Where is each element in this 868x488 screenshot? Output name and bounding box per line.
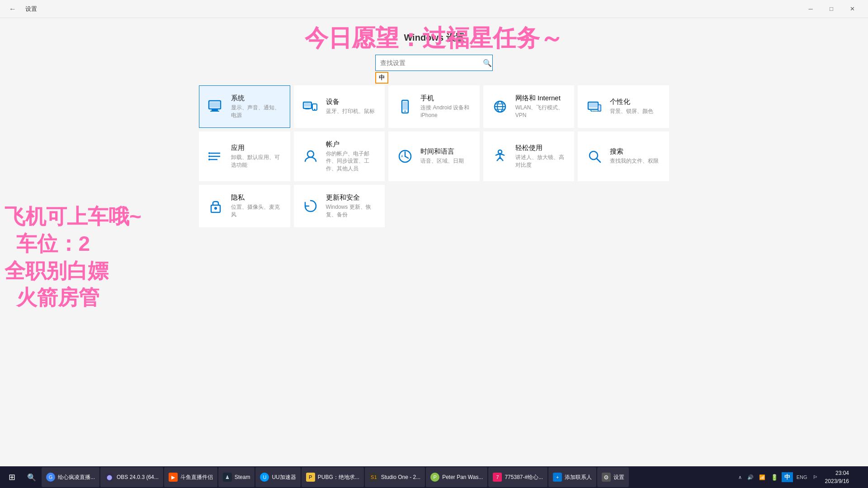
svg-point-11 <box>405 110 406 112</box>
systray-arrow[interactable]: ∧ <box>736 474 744 481</box>
taskbar-item-contact[interactable]: + 添加联系人 <box>548 467 596 487</box>
taskbar-search-button[interactable]: 🔍 <box>24 469 40 485</box>
svg-point-24 <box>208 155 210 157</box>
close-button[interactable]: ✕ <box>842 0 863 18</box>
system-desc: 显示、声音、通知、电源 <box>231 104 283 119</box>
svg-point-8 <box>314 108 315 110</box>
settings-item-update[interactable]: 更新和安全 Windows 更新、恢复、备份 <box>294 185 385 227</box>
taskbar-clock[interactable]: 23:04 2023/9/16 <box>821 469 853 485</box>
settings-item-ease[interactable]: 轻松使用 讲述人、放大镜、高对比度 <box>483 131 575 181</box>
settings-item-accounts[interactable]: 帐户 你的帐户、电子邮件、同步设置、工作、其他人员 <box>294 131 385 181</box>
time-name: 时间和语言 <box>420 147 472 156</box>
update-text: 更新和安全 Windows 更新、恢复、备份 <box>326 193 377 219</box>
svg-point-23 <box>208 152 210 154</box>
apps-name: 应用 <box>231 144 283 152</box>
network-desc: WLAN、飞行模式、VPN <box>515 104 567 119</box>
clock-date: 2023/9/16 <box>825 477 849 485</box>
clock-time: 23:04 <box>825 469 849 477</box>
apps-desc: 卸载、默认应用、可选功能 <box>231 154 283 169</box>
settings-grid: 系统 显示、声音、通知、电源 设备 蓝牙、打印机、鼠标 <box>199 85 669 227</box>
privacy-name: 隐私 <box>231 193 283 202</box>
devices-name: 设备 <box>326 98 377 106</box>
taskbar-ime-indicator[interactable]: 中 <box>782 472 793 482</box>
apps-text: 应用 卸载、默认应用、可选功能 <box>231 144 283 169</box>
systray: ∧ 🔊 📶 🔋 中 ENG 🏳 <box>736 472 820 482</box>
chrome-icon: G <box>46 473 55 482</box>
search-input[interactable] <box>375 55 493 71</box>
system-name: 系统 <box>231 94 283 103</box>
devices-desc: 蓝牙、打印机、鼠标 <box>326 108 377 115</box>
system-icon <box>207 98 225 116</box>
taskbar-item-pubg[interactable]: P PUBG：绝地求... <box>302 467 364 487</box>
maximize-button[interactable]: □ <box>821 0 842 18</box>
taskbar-item-studio[interactable]: S1 Studio One - 2... <box>365 467 425 487</box>
window-title: 设置 <box>25 5 37 13</box>
svg-rect-5 <box>304 103 311 107</box>
game2-label: 775387-#给心... <box>505 474 543 481</box>
settings-item-apps[interactable]: 应用 卸载、默认应用、可选功能 <box>199 131 290 181</box>
search-name: 搜索 <box>610 147 661 156</box>
phone-desc: 连接 Android 设备和 iPhone <box>420 104 472 119</box>
ease-desc: 讲述人、放大镜、高对比度 <box>515 154 567 169</box>
svg-point-26 <box>307 151 314 157</box>
search-submit-button[interactable]: 🔍 <box>483 59 492 67</box>
systray-flag-icon: 🏳 <box>811 474 820 481</box>
settings-item-phone[interactable]: 手机 连接 Android 设备和 iPhone <box>388 85 480 128</box>
svg-rect-18 <box>589 103 597 108</box>
system-text: 系统 显示、声音、通知、电源 <box>231 94 283 119</box>
main-content: Windows 设置 🔍 中 系统 显示、声音、通知、电源 <box>0 23 868 236</box>
svg-point-25 <box>208 159 210 160</box>
search-desc: 查找我的文件、权限 <box>610 157 661 165</box>
taskbar-item-game2[interactable]: 7 775387-#给心... <box>488 467 547 487</box>
steam-icon: ♟ <box>223 473 232 482</box>
svg-rect-19 <box>598 105 601 111</box>
ease-name: 轻松使用 <box>515 144 567 152</box>
minimize-button[interactable]: ─ <box>800 0 821 18</box>
systray-network[interactable]: 📶 <box>757 474 767 481</box>
settings-item-time[interactable]: A 时间和语言 语音、区域、日期 <box>388 131 480 181</box>
taskbar-item-chrome[interactable]: G 绘心疯凌直播... <box>42 467 99 487</box>
settings-item-privacy[interactable]: 隐私 位置、摄像头、麦克风 <box>199 185 290 227</box>
taskbar-item-obs[interactable]: ⬤ OBS 24.0.3 (64... <box>100 467 163 487</box>
taskbar-item-douyu[interactable]: ▶ 斗鱼直播件侣 <box>164 467 217 487</box>
settings-item-search[interactable]: 搜索 查找我的文件、权限 <box>578 131 669 181</box>
pubg-label: PUBG：绝地求... <box>318 474 359 481</box>
accounts-name: 帐户 <box>326 140 377 149</box>
phone-text: 手机 连接 Android 设备和 iPhone <box>420 94 472 119</box>
devices-text: 设备 蓝牙、打印机、鼠标 <box>326 98 377 115</box>
contact-icon: + <box>553 473 562 482</box>
settings-item-system[interactable]: 系统 显示、声音、通知、电源 <box>199 85 290 128</box>
settings-item-personalization[interactable]: 个性化 背景、锁屏、颜色 <box>578 85 669 128</box>
time-text: 时间和语言 语音、区域、日期 <box>420 147 472 165</box>
taskbar-item-uu[interactable]: U UU加速器 <box>255 467 300 487</box>
pubg-icon: P <box>306 473 315 482</box>
network-text: 网络和 Internet WLAN、飞行模式、VPN <box>515 94 567 119</box>
game2-icon: 7 <box>493 473 502 482</box>
accounts-icon <box>302 147 320 165</box>
show-desktop-button[interactable] <box>853 467 866 487</box>
settings-item-devices[interactable]: 设备 蓝牙、打印机、鼠标 <box>294 85 385 128</box>
back-button[interactable]: ← <box>5 3 20 15</box>
systray-volume[interactable]: 🔊 <box>745 474 755 481</box>
update-desc: Windows 更新、恢复、备份 <box>326 203 377 219</box>
settings-item-network[interactable]: 网络和 Internet WLAN、飞行模式、VPN <box>483 85 575 128</box>
svg-point-31 <box>498 150 502 154</box>
ease-icon <box>491 147 509 165</box>
ime-indicator: 中 <box>375 72 388 84</box>
network-name: 网络和 Internet <box>515 94 567 103</box>
systray-lang[interactable]: ENG <box>795 474 809 481</box>
personalization-desc: 背景、锁屏、颜色 <box>610 108 661 115</box>
window-controls: ─ □ ✕ <box>800 0 863 18</box>
empty-slot-3 <box>578 185 669 227</box>
empty-slot-2 <box>483 185 575 227</box>
svg-line-36 <box>597 159 600 162</box>
ease-text: 轻松使用 讲述人、放大镜、高对比度 <box>515 144 567 169</box>
taskbar-items: G 绘心疯凌直播... ⬤ OBS 24.0.3 (64... ▶ 斗鱼直播件侣… <box>42 467 736 487</box>
contact-label: 添加联系人 <box>565 474 592 481</box>
taskbar-item-steam[interactable]: ♟ Steam <box>218 467 255 487</box>
svg-text:A: A <box>401 155 403 158</box>
start-button[interactable]: ⊞ <box>2 467 22 487</box>
taskbar-item-peter[interactable]: P Peter Pan Was... <box>426 467 487 487</box>
douyu-icon: ▶ <box>169 473 178 482</box>
taskbar-item-shezhi[interactable]: ⚙ 设置 <box>597 467 629 487</box>
